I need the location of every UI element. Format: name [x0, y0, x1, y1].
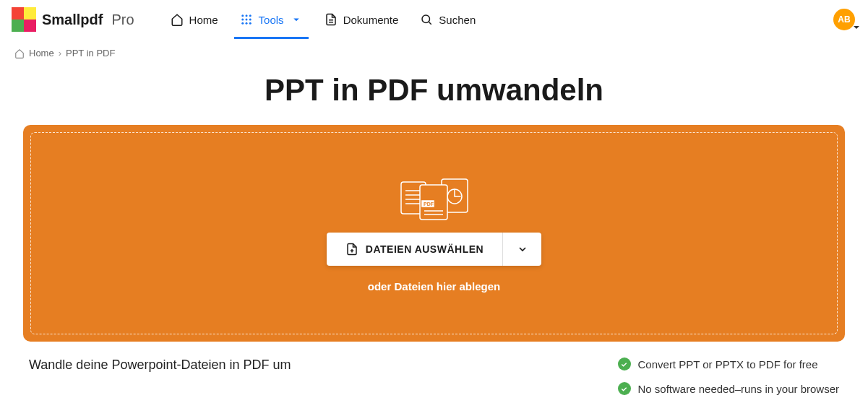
below-section: Wandle deine Powerpoint-Dateien in PDF u… [0, 342, 868, 395]
nav-tools-label: Tools [259, 14, 284, 26]
feature-text: Convert PPT or PPTX to PDF for free [638, 358, 818, 370]
check-icon [618, 358, 631, 370]
brand-tier: Pro [111, 12, 134, 28]
feature-item: Convert PPT or PPTX to PDF for free [618, 358, 839, 370]
brand-name: Smallpdf [42, 12, 103, 28]
choose-files-group: DATEIEN AUSWÄHLEN [327, 233, 541, 266]
svg-point-5 [249, 19, 251, 21]
svg-text:PDF: PDF [424, 202, 434, 207]
feature-text: No software needed–runs in your browser [638, 383, 839, 395]
svg-point-3 [241, 19, 244, 21]
avatar-initials: AB [838, 14, 850, 25]
chevron-down-icon [517, 243, 528, 255]
nav-search-label: Suchen [439, 14, 476, 26]
search-icon [420, 13, 433, 26]
chevron-down-icon [290, 13, 303, 26]
nav-tools[interactable]: Tools [240, 0, 303, 39]
svg-point-1 [245, 14, 247, 17]
header: Smallpdf Pro Home Tools Dokumente Suchen… [0, 0, 868, 39]
choose-files-label: DATEIEN AUSWÄHLEN [366, 243, 484, 255]
breadcrumb-current: PPT in PDF [66, 48, 115, 58]
feature-item: No software needed–runs in your browser [618, 382, 839, 395]
file-add-icon [345, 243, 358, 256]
breadcrumb-separator: › [59, 48, 61, 58]
avatar[interactable]: AB [833, 9, 855, 30]
svg-point-0 [241, 14, 244, 17]
dropzone-container: PDF DATEIEN AUSWÄHLEN oder Dateien hier … [0, 125, 868, 342]
choose-files-button[interactable]: DATEIEN AUSWÄHLEN [327, 233, 502, 266]
svg-line-12 [429, 22, 431, 24]
breadcrumb-home[interactable]: Home [29, 48, 54, 58]
svg-point-11 [422, 15, 430, 23]
home-icon [171, 13, 184, 26]
grid-icon [240, 13, 253, 26]
nav-home[interactable]: Home [171, 0, 218, 39]
features-list: Convert PPT or PPTX to PDF for free No s… [618, 358, 839, 395]
svg-point-6 [241, 22, 244, 25]
nav-search[interactable]: Suchen [420, 0, 476, 39]
nav-home-label: Home [189, 14, 218, 26]
svg-point-4 [245, 19, 247, 21]
svg-point-2 [249, 14, 251, 17]
check-icon [618, 382, 631, 395]
choose-files-dropdown[interactable] [502, 233, 541, 266]
logo[interactable]: Smallpdf Pro [12, 7, 134, 32]
documents-illustration-icon: PDF [398, 175, 470, 221]
logo-icon [12, 7, 36, 32]
dropzone[interactable]: PDF DATEIEN AUSWÄHLEN oder Dateien hier … [23, 125, 845, 342]
drop-hint: oder Dateien hier ablegen [368, 280, 500, 292]
nav-documents-label: Dokumente [343, 14, 399, 26]
subheading: Wandle deine Powerpoint-Dateien in PDF u… [29, 358, 291, 395]
svg-point-7 [245, 22, 247, 25]
breadcrumb: Home › PPT in PDF [0, 39, 868, 58]
svg-point-8 [249, 22, 251, 25]
dropzone-inner: PDF DATEIEN AUSWÄHLEN oder Dateien hier … [30, 132, 838, 334]
home-icon [14, 48, 25, 58]
page-title: PPT in PDF umwandeln [0, 73, 868, 108]
main-nav: Home Tools Dokumente Suchen [171, 0, 476, 39]
document-icon [325, 13, 338, 26]
nav-documents[interactable]: Dokumente [325, 0, 399, 39]
